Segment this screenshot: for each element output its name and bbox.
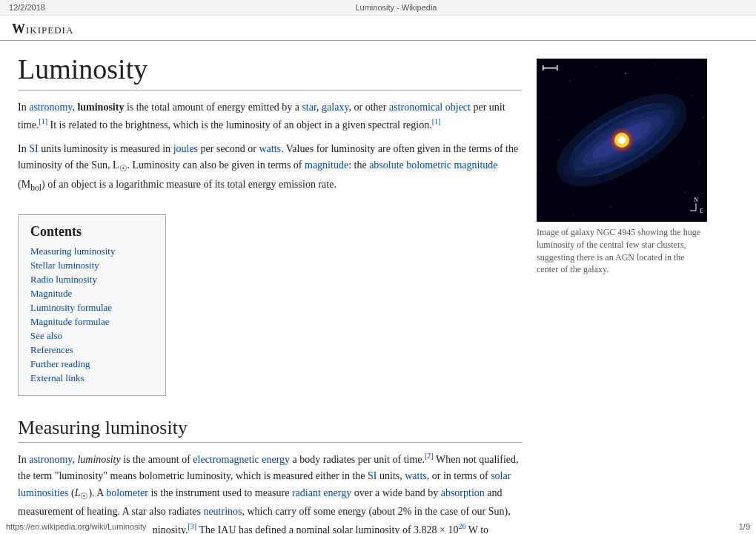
ref-1b[interactable]: [1] [432,117,441,125]
exp-26: 26 [458,522,465,530]
wiki-header: Wikipedia [0,16,756,41]
page-url[interactable]: https://en.wikipedia.org/wiki/Luminosity [6,522,147,531]
list-item: External links [30,372,153,384]
svg-point-9 [548,118,548,119]
link-neutrinos[interactable]: neutrinos [203,506,242,517]
svg-point-13 [685,192,686,193]
svg-text:N: N [694,197,698,203]
svg-point-1 [551,70,552,70]
ref-1a[interactable]: [1] [39,117,47,125]
link-astronomical-object[interactable]: astronomical object [389,102,471,113]
link-absorption[interactable]: absorption [441,487,485,498]
toc-luminosity-formulae[interactable]: Luminosity formulae [30,302,112,313]
wiki-logo-w: W [12,22,26,36]
svg-point-12 [700,162,700,163]
link-bolometer[interactable]: bolometer [106,487,148,498]
svg-point-10 [559,140,560,141]
list-item: Radio luminosity [30,274,153,286]
link-solar-luminosities[interactable]: solar luminosities [18,470,511,498]
svg-point-14 [611,207,611,208]
toc-radio-luminosity[interactable]: Radio luminosity [30,274,97,285]
svg-point-2 [570,81,571,82]
toc-see-also[interactable]: See also [30,330,62,341]
svg-point-4 [625,73,626,73]
link-radiant-energy[interactable]: radiant energy [292,487,351,498]
browser-title: Luminosity - Wikipedia [45,3,747,12]
section-measuring-title: Measuring luminosity [18,417,522,443]
link-watts-s2[interactable]: watts [405,470,427,481]
right-panel: N E Image of galaxy NGC 4945 showing the… [537,53,729,534]
svg-point-3 [596,66,597,67]
link-astronomy[interactable]: astronomy [29,102,72,113]
link-watts[interactable]: watts [259,143,282,154]
galaxy-image-container: N E Image of galaxy NGC 4945 showing the… [537,59,729,276]
link-galaxy[interactable]: galaxy [322,102,348,113]
contents-box: Contents Measuring luminosity Stellar lu… [18,214,166,396]
list-item: Stellar luminosity [30,260,153,271]
main-content: Luminosity In astronomy, luminosity is t… [18,53,522,534]
list-item: Magnitude [30,288,153,300]
contents-title: Contents [30,224,153,240]
toc-external-links[interactable]: External links [30,372,84,383]
toc-further-reading[interactable]: Further reading [30,358,90,369]
page-wrapper: Wikipedia Luminosity In astronomy, lumin… [0,16,756,534]
svg-point-28 [620,139,623,142]
list-item: Magnitude formulae [30,316,153,328]
contents-list: Measuring luminosity Stellar luminosity … [30,245,153,384]
list-item: Luminosity formulae [30,302,153,314]
svg-point-15 [574,214,574,215]
svg-rect-30 [543,65,544,70]
link-em-energy[interactable]: electromagnetic energy [193,454,290,465]
svg-point-6 [677,77,678,78]
list-item: See also [30,330,153,342]
image-caption: Image of galaxy NGC 4945 showing the hug… [537,226,707,276]
toc-magnitude-formulae[interactable]: Magnitude formulae [30,316,110,327]
list-item: References [30,344,153,356]
svg-point-5 [655,65,656,65]
toc-measuring-luminosity[interactable]: Measuring luminosity [30,245,115,257]
intro-paragraph-1: In astronomy, luminosity is the total am… [18,99,522,134]
wiki-logo: Wikipedia [12,22,744,37]
toc-stellar-luminosity[interactable]: Stellar luminosity [30,260,99,271]
intro-paragraph-2: In SI units luminosity is measured in jo… [18,141,522,195]
toc-references[interactable]: References [30,344,73,355]
browser-bar: 12/2/2018 Luminosity - Wikipedia [0,0,756,16]
svg-text:E: E [700,208,703,214]
svg-point-8 [703,118,704,119]
link-joules[interactable]: joules [173,143,198,154]
link-magnitude[interactable]: magnitude [305,159,348,171]
page-title: Luminosity [18,53,522,90]
content-area: Luminosity In astronomy, luminosity is t… [0,41,756,534]
list-item: Further reading [30,358,153,370]
page-number: 1/9 [733,519,756,534]
list-item: Measuring luminosity [30,245,153,257]
svg-rect-29 [543,67,557,69]
link-si[interactable]: SI [29,143,38,154]
toc-magnitude[interactable]: Magnitude [30,288,72,299]
svg-point-7 [692,96,693,96]
link-star[interactable]: star [302,102,316,113]
bottom-bar: https://en.wikipedia.org/wiki/Luminosity [0,519,153,534]
link-absolute-bolometric[interactable]: absolute bolometric magnitude [369,159,497,171]
svg-point-11 [540,170,541,171]
galaxy-image: N E [537,59,707,222]
link-si-s2[interactable]: SI [368,470,377,481]
ref-3[interactable]: [3] [188,522,196,530]
svg-rect-31 [557,65,558,70]
browser-date: 12/2/2018 [9,3,45,12]
ref-2[interactable]: [2] [425,452,434,460]
link-astronomy-s2[interactable]: astronomy [29,454,72,465]
